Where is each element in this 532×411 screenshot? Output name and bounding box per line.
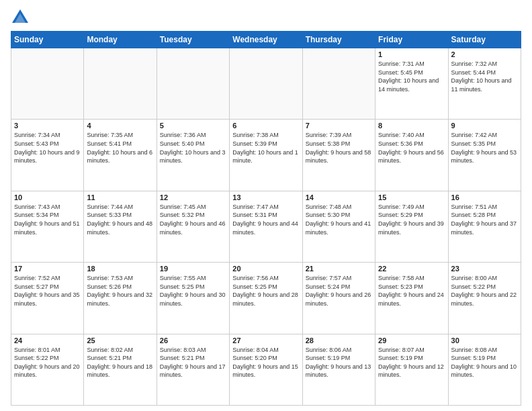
day-info: Sunrise: 7:42 AM Sunset: 5:35 PM Dayligh… xyxy=(451,131,518,165)
logo xyxy=(11,8,32,27)
week-row-3: 10Sunrise: 7:43 AM Sunset: 5:34 PM Dayli… xyxy=(11,191,521,262)
day-info: Sunrise: 8:08 AM Sunset: 5:19 PM Dayligh… xyxy=(451,346,518,379)
header xyxy=(11,8,521,27)
week-row-1: 1Sunrise: 7:31 AM Sunset: 5:45 PM Daylig… xyxy=(11,48,521,120)
day-info: Sunrise: 7:34 AM Sunset: 5:43 PM Dayligh… xyxy=(14,131,81,165)
weekday-header-friday: Friday xyxy=(375,32,448,48)
calendar: SundayMondayTuesdayWednesdayThursdayFrid… xyxy=(11,31,521,406)
day-number: 5 xyxy=(160,122,226,130)
day-info: Sunrise: 8:03 AM Sunset: 5:21 PM Dayligh… xyxy=(160,346,226,379)
calendar-cell: 19Sunrise: 7:55 AM Sunset: 5:25 PM Dayli… xyxy=(157,263,229,334)
day-number: 9 xyxy=(451,122,518,130)
calendar-cell: 10Sunrise: 7:43 AM Sunset: 5:34 PM Dayli… xyxy=(11,191,84,262)
day-info: Sunrise: 7:56 AM Sunset: 5:25 PM Dayligh… xyxy=(232,274,299,308)
weekday-header-monday: Monday xyxy=(84,32,157,48)
calendar-cell: 17Sunrise: 7:52 AM Sunset: 5:27 PM Dayli… xyxy=(11,263,84,334)
calendar-cell xyxy=(302,48,375,120)
calendar-cell: 30Sunrise: 8:08 AM Sunset: 5:19 PM Dayli… xyxy=(448,334,521,405)
day-info: Sunrise: 7:58 AM Sunset: 5:23 PM Dayligh… xyxy=(378,274,445,308)
weekday-header-tuesday: Tuesday xyxy=(157,32,229,48)
day-number: 25 xyxy=(87,336,153,345)
logo-icon xyxy=(11,8,30,27)
day-number: 17 xyxy=(14,265,81,273)
day-info: Sunrise: 7:32 AM Sunset: 5:44 PM Dayligh… xyxy=(451,60,518,93)
weekday-header-sunday: Sunday xyxy=(11,32,84,48)
calendar-cell: 5Sunrise: 7:36 AM Sunset: 5:40 PM Daylig… xyxy=(157,120,229,191)
day-number: 7 xyxy=(306,122,372,130)
day-info: Sunrise: 7:31 AM Sunset: 5:45 PM Dayligh… xyxy=(378,60,445,93)
day-number: 30 xyxy=(451,336,518,345)
day-number: 19 xyxy=(160,265,226,273)
day-number: 22 xyxy=(378,265,445,273)
calendar-cell: 18Sunrise: 7:53 AM Sunset: 5:26 PM Dayli… xyxy=(84,263,157,334)
page: SundayMondayTuesdayWednesdayThursdayFrid… xyxy=(0,0,532,411)
week-row-5: 24Sunrise: 8:01 AM Sunset: 5:22 PM Dayli… xyxy=(11,334,521,405)
calendar-cell: 2Sunrise: 7:32 AM Sunset: 5:44 PM Daylig… xyxy=(448,48,521,120)
day-info: Sunrise: 8:04 AM Sunset: 5:20 PM Dayligh… xyxy=(232,346,299,379)
day-info: Sunrise: 7:39 AM Sunset: 5:38 PM Dayligh… xyxy=(306,131,372,165)
day-number: 13 xyxy=(232,193,299,201)
day-info: Sunrise: 7:47 AM Sunset: 5:31 PM Dayligh… xyxy=(232,203,299,236)
calendar-cell: 1Sunrise: 7:31 AM Sunset: 5:45 PM Daylig… xyxy=(375,48,448,120)
calendar-cell: 13Sunrise: 7:47 AM Sunset: 5:31 PM Dayli… xyxy=(230,191,302,262)
day-info: Sunrise: 7:49 AM Sunset: 5:29 PM Dayligh… xyxy=(378,203,445,236)
day-number: 15 xyxy=(378,193,445,201)
day-info: Sunrise: 7:51 AM Sunset: 5:28 PM Dayligh… xyxy=(451,203,518,236)
calendar-cell: 24Sunrise: 8:01 AM Sunset: 5:22 PM Dayli… xyxy=(11,334,84,405)
calendar-cell: 14Sunrise: 7:48 AM Sunset: 5:30 PM Dayli… xyxy=(302,191,375,262)
day-number: 20 xyxy=(232,265,299,273)
weekday-header-row: SundayMondayTuesdayWednesdayThursdayFrid… xyxy=(11,32,521,48)
weekday-header-thursday: Thursday xyxy=(302,32,375,48)
day-info: Sunrise: 7:48 AM Sunset: 5:30 PM Dayligh… xyxy=(306,203,372,236)
day-info: Sunrise: 7:55 AM Sunset: 5:25 PM Dayligh… xyxy=(160,274,226,308)
calendar-cell: 3Sunrise: 7:34 AM Sunset: 5:43 PM Daylig… xyxy=(11,120,84,191)
calendar-cell: 15Sunrise: 7:49 AM Sunset: 5:29 PM Dayli… xyxy=(375,191,448,262)
calendar-cell: 29Sunrise: 8:07 AM Sunset: 5:19 PM Dayli… xyxy=(375,334,448,405)
calendar-cell: 4Sunrise: 7:35 AM Sunset: 5:41 PM Daylig… xyxy=(84,120,157,191)
day-info: Sunrise: 8:01 AM Sunset: 5:22 PM Dayligh… xyxy=(14,346,81,379)
day-number: 8 xyxy=(378,122,445,130)
calendar-cell: 11Sunrise: 7:44 AM Sunset: 5:33 PM Dayli… xyxy=(84,191,157,262)
day-number: 16 xyxy=(451,193,518,201)
calendar-cell xyxy=(230,48,302,120)
day-number: 2 xyxy=(451,50,518,58)
day-info: Sunrise: 7:57 AM Sunset: 5:24 PM Dayligh… xyxy=(306,274,372,308)
day-info: Sunrise: 7:52 AM Sunset: 5:27 PM Dayligh… xyxy=(14,274,81,308)
day-info: Sunrise: 8:07 AM Sunset: 5:19 PM Dayligh… xyxy=(378,346,445,379)
day-number: 28 xyxy=(306,336,372,345)
day-number: 10 xyxy=(14,193,81,201)
calendar-cell: 27Sunrise: 8:04 AM Sunset: 5:20 PM Dayli… xyxy=(230,334,302,405)
day-number: 12 xyxy=(160,193,226,201)
calendar-cell xyxy=(84,48,157,120)
day-info: Sunrise: 7:53 AM Sunset: 5:26 PM Dayligh… xyxy=(87,274,153,308)
day-info: Sunrise: 7:43 AM Sunset: 5:34 PM Dayligh… xyxy=(14,203,81,236)
day-info: Sunrise: 7:45 AM Sunset: 5:32 PM Dayligh… xyxy=(160,203,226,236)
weekday-header-wednesday: Wednesday xyxy=(230,32,302,48)
week-row-2: 3Sunrise: 7:34 AM Sunset: 5:43 PM Daylig… xyxy=(11,120,521,191)
day-info: Sunrise: 7:36 AM Sunset: 5:40 PM Dayligh… xyxy=(160,131,226,165)
day-info: Sunrise: 8:02 AM Sunset: 5:21 PM Dayligh… xyxy=(87,346,153,379)
day-number: 27 xyxy=(232,336,299,345)
calendar-cell xyxy=(11,48,84,120)
calendar-cell: 23Sunrise: 8:00 AM Sunset: 5:22 PM Dayli… xyxy=(448,263,521,334)
day-number: 4 xyxy=(87,122,153,130)
day-number: 1 xyxy=(378,50,445,58)
day-info: Sunrise: 7:38 AM Sunset: 5:39 PM Dayligh… xyxy=(232,131,299,165)
day-number: 18 xyxy=(87,265,153,273)
calendar-cell: 12Sunrise: 7:45 AM Sunset: 5:32 PM Dayli… xyxy=(157,191,229,262)
calendar-cell: 9Sunrise: 7:42 AM Sunset: 5:35 PM Daylig… xyxy=(448,120,521,191)
day-number: 24 xyxy=(14,336,81,345)
day-info: Sunrise: 7:40 AM Sunset: 5:36 PM Dayligh… xyxy=(378,131,445,165)
day-number: 14 xyxy=(306,193,372,201)
day-info: Sunrise: 8:06 AM Sunset: 5:19 PM Dayligh… xyxy=(306,346,372,379)
day-number: 21 xyxy=(306,265,372,273)
week-row-4: 17Sunrise: 7:52 AM Sunset: 5:27 PM Dayli… xyxy=(11,263,521,334)
calendar-cell: 8Sunrise: 7:40 AM Sunset: 5:36 PM Daylig… xyxy=(375,120,448,191)
day-info: Sunrise: 8:00 AM Sunset: 5:22 PM Dayligh… xyxy=(451,274,518,308)
calendar-cell: 20Sunrise: 7:56 AM Sunset: 5:25 PM Dayli… xyxy=(230,263,302,334)
calendar-cell xyxy=(157,48,229,120)
weekday-header-saturday: Saturday xyxy=(448,32,521,48)
day-number: 3 xyxy=(14,122,81,130)
calendar-cell: 28Sunrise: 8:06 AM Sunset: 5:19 PM Dayli… xyxy=(302,334,375,405)
calendar-cell: 21Sunrise: 7:57 AM Sunset: 5:24 PM Dayli… xyxy=(302,263,375,334)
